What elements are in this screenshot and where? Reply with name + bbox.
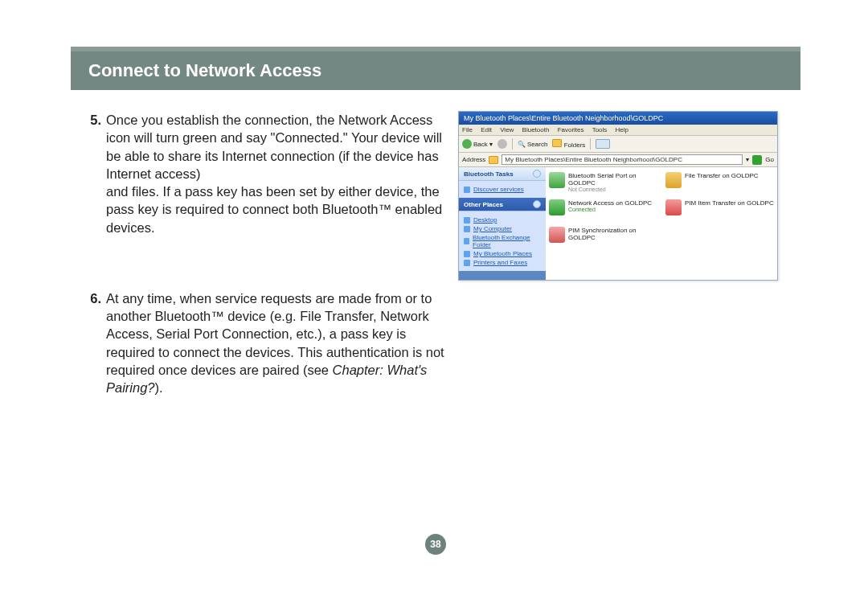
search-label: Search xyxy=(527,141,547,148)
search-button[interactable]: 🔍 Search xyxy=(518,141,548,148)
step-5-text-b: and files. If a pass key has been set by… xyxy=(106,184,442,235)
place-label: My Bluetooth Places xyxy=(473,250,532,257)
file-pim-item-transfer[interactable]: PIM Item Transfer on GOLDPC xyxy=(665,199,774,225)
place-bt-places[interactable]: My Bluetooth Places xyxy=(464,250,541,257)
file-network-access[interactable]: Network Access on GOLDPCConnected xyxy=(549,199,657,225)
page-number: 38 xyxy=(430,539,440,550)
step-6: 6. At any time, when service requests ar… xyxy=(85,289,448,397)
address-input[interactable]: My Bluetooth Places\Entire Bluetooth Nei… xyxy=(502,154,743,165)
instruction-column: 5. Once you establish the connection, th… xyxy=(71,111,448,449)
window-body: Bluetooth Tasks Discover services Other … xyxy=(459,167,777,280)
file-serial-port[interactable]: Bluetooth Serial Port on GOLDPCNot Conne… xyxy=(549,172,657,198)
serial-port-icon xyxy=(549,172,565,188)
place-icon xyxy=(464,251,470,257)
window-title-text: My Bluetooth Places\Entire Bluetooth Nei… xyxy=(464,114,663,122)
figure-column: My Bluetooth Places\Entire Bluetooth Nei… xyxy=(448,111,800,449)
toolbar-separator xyxy=(590,138,591,150)
side-panel: Bluetooth Tasks Discover services Other … xyxy=(459,167,546,280)
menu-help[interactable]: Help xyxy=(616,126,628,133)
page-number-badge: 38 xyxy=(425,534,446,555)
address-icon xyxy=(489,156,498,164)
collapse-icon[interactable] xyxy=(533,170,541,178)
place-label: My Computer xyxy=(473,225,512,232)
step-text: At any time, when service requests are m… xyxy=(106,289,448,397)
menu-file[interactable]: File xyxy=(462,126,473,133)
place-icon xyxy=(464,238,469,244)
step-5-text-a: Once you establish the connection, the N… xyxy=(106,113,442,181)
address-label: Address xyxy=(462,156,485,163)
toolbar-separator xyxy=(512,138,513,150)
place-bt-exchange[interactable]: Bluetooth Exchange Folder xyxy=(464,234,541,248)
views-button[interactable] xyxy=(596,139,610,149)
file-file-transfer[interactable]: File Transfer on GOLDPC xyxy=(665,172,774,198)
menu-favorites[interactable]: Favorites xyxy=(558,126,584,133)
pim-item-icon xyxy=(665,199,682,215)
other-places-body: Desktop My Computer Bluetooth Exchange F… xyxy=(459,211,546,271)
other-places-title: Other Places xyxy=(464,201,503,208)
folders-label: Folders xyxy=(564,142,586,149)
window-titlebar: My Bluetooth Places\Entire Bluetooth Nei… xyxy=(459,112,777,125)
window-menubar: File Edit View Bluetooth Favorites Tools… xyxy=(459,125,777,136)
place-icon xyxy=(464,260,470,266)
file-name: Network Access on GOLDPC xyxy=(568,199,652,207)
menu-bluetooth[interactable]: Bluetooth xyxy=(522,126,550,133)
step-6-text-b: ). xyxy=(155,380,163,395)
other-places-header[interactable]: Other Places xyxy=(459,198,546,211)
explorer-window: My Bluetooth Places\Entire Bluetooth Nei… xyxy=(458,111,778,281)
menu-edit[interactable]: Edit xyxy=(481,126,492,133)
network-access-icon xyxy=(549,199,565,215)
forward-button[interactable] xyxy=(497,139,507,149)
task-discover-services[interactable]: Discover services xyxy=(464,186,541,193)
pim-sync-icon xyxy=(549,227,565,243)
manual-page: Connect to Network Access 5. Once you es… xyxy=(71,47,800,561)
bluetooth-tasks-body: Discover services xyxy=(459,181,546,198)
step-text: Once you establish the connection, the N… xyxy=(106,111,448,236)
place-icon xyxy=(464,226,470,232)
folders-button[interactable]: Folders xyxy=(552,139,585,149)
task-label: Discover services xyxy=(473,186,524,193)
menu-view[interactable]: View xyxy=(500,126,514,133)
file-name: Bluetooth Serial Port on GOLDPC xyxy=(568,172,657,187)
section-title: Connect to Network Access xyxy=(88,60,321,81)
file-pim-sync[interactable]: PIM Synchronization on GOLDPC xyxy=(549,227,657,252)
place-my-computer[interactable]: My Computer xyxy=(464,225,541,232)
content-area: 5. Once you establish the connection, th… xyxy=(71,90,800,449)
place-label: Bluetooth Exchange Folder xyxy=(473,234,541,248)
menu-tools[interactable]: Tools xyxy=(592,126,608,133)
place-printers[interactable]: Printers and Faxes xyxy=(464,259,541,266)
file-transfer-icon xyxy=(665,172,682,188)
address-dropdown[interactable]: ▾ xyxy=(746,156,749,163)
back-dropdown[interactable]: ▾ xyxy=(489,141,493,148)
go-label: Go xyxy=(765,156,774,163)
section-title-bar: Connect to Network Access xyxy=(71,51,800,90)
back-button[interactable]: Back ▾ xyxy=(462,139,493,149)
window-toolbar: Back ▾ 🔍 Search Folders xyxy=(459,136,777,153)
bluetooth-tasks-header[interactable]: Bluetooth Tasks xyxy=(459,167,546,181)
place-label: Printers and Faxes xyxy=(473,259,527,266)
bluetooth-tasks-title: Bluetooth Tasks xyxy=(464,170,514,178)
file-name: PIM Synchronization on GOLDPC xyxy=(568,227,657,241)
collapse-icon[interactable] xyxy=(533,200,541,208)
go-button[interactable] xyxy=(752,155,762,165)
place-icon xyxy=(464,217,470,224)
back-label: Back xyxy=(473,141,488,148)
step-5: 5. Once you establish the connection, th… xyxy=(85,111,448,236)
task-icon xyxy=(464,187,470,193)
step-number: 5. xyxy=(85,111,106,236)
address-bar: Address My Bluetooth Places\Entire Bluet… xyxy=(459,153,777,167)
place-desktop[interactable]: Desktop xyxy=(464,216,541,224)
place-label: Desktop xyxy=(473,216,497,224)
folder-icon xyxy=(552,139,562,147)
step-number: 6. xyxy=(85,289,106,397)
file-name: File Transfer on GOLDPC xyxy=(685,172,759,179)
file-status: Connected xyxy=(568,207,652,212)
file-name: PIM Item Transfer on GOLDPC xyxy=(685,199,774,207)
back-icon xyxy=(462,139,472,149)
file-pane: Bluetooth Serial Port on GOLDPCNot Conne… xyxy=(546,167,777,280)
file-status: Not Connected xyxy=(568,187,657,192)
